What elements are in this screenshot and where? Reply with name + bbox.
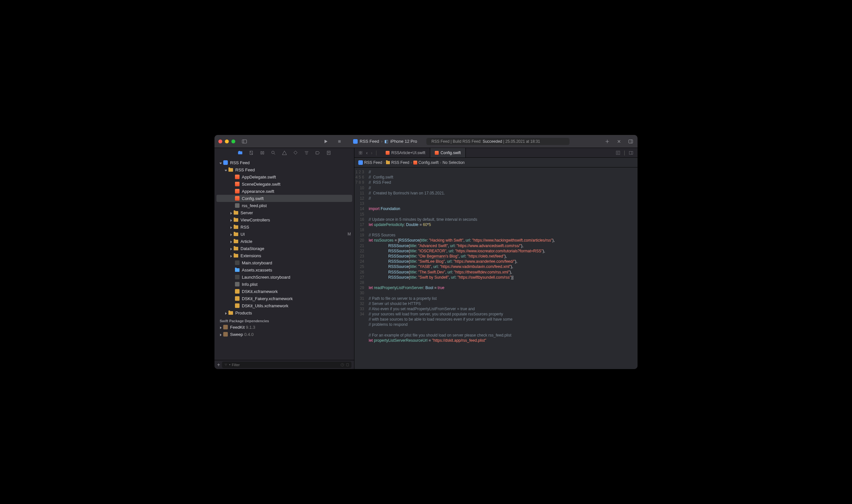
tab-bar: ‹ › | RSSArticle+UI.swift Config.swift | bbox=[354, 148, 638, 158]
folder-icon bbox=[234, 247, 238, 250]
scheme-selector[interactable]: RSS Feed › ◧ iPhone 12 Pro bbox=[353, 139, 417, 144]
issue-icon[interactable] bbox=[282, 150, 287, 156]
stop-button[interactable] bbox=[335, 138, 344, 145]
tree-folder[interactable]: UIM bbox=[214, 231, 354, 238]
tree-folder[interactable]: DataStorage bbox=[214, 245, 354, 252]
activity-status[interactable]: RSS Feed | Build RSS Feed: Succeeded | 2… bbox=[426, 138, 570, 145]
chevron-down-icon: ▾ bbox=[229, 363, 230, 366]
tree-file[interactable]: LaunchScreen.storyboard bbox=[214, 273, 354, 281]
folder-icon bbox=[234, 225, 238, 229]
zoom-window-button[interactable] bbox=[231, 140, 235, 143]
svg-rect-10 bbox=[261, 151, 262, 154]
add-button[interactable]: + bbox=[217, 362, 220, 368]
tree-file[interactable]: DSKit_Utils.xcframework bbox=[214, 302, 354, 309]
package-icon bbox=[223, 332, 228, 337]
package-version: 9.1.3 bbox=[246, 325, 255, 330]
jump-segment[interactable]: RSS Feed bbox=[391, 160, 409, 165]
tree-file[interactable]: Appearance.swift bbox=[214, 187, 354, 195]
plist-file-icon bbox=[235, 282, 240, 286]
tree-file[interactable]: AppDelegate.swift bbox=[214, 173, 354, 180]
status-result: Succeeded bbox=[483, 139, 502, 144]
svg-line-13 bbox=[274, 154, 275, 155]
run-button[interactable] bbox=[321, 138, 330, 145]
tree-file[interactable]: Assets.xcassets bbox=[214, 266, 354, 273]
disclosure-icon[interactable] bbox=[224, 168, 227, 172]
tab-label: RSSArticle+UI.swift bbox=[392, 150, 425, 155]
editor-tab-active[interactable]: Config.swift bbox=[430, 148, 466, 157]
jump-bar[interactable]: RSS Feed › RSS Feed › Config.swift › No … bbox=[354, 158, 638, 167]
tree-folder[interactable]: Extensions bbox=[214, 252, 354, 259]
disclosure-icon[interactable] bbox=[219, 325, 222, 329]
disclosure-icon[interactable] bbox=[229, 233, 233, 236]
editor-tab[interactable]: RSSArticle+UI.swift bbox=[381, 148, 430, 157]
tree-folder[interactable]: ViewControllers bbox=[214, 216, 354, 223]
disclosure-icon[interactable] bbox=[229, 240, 233, 243]
tree-file[interactable]: SceneDelegate.swift bbox=[214, 180, 354, 187]
tree-folder[interactable]: Article bbox=[214, 238, 354, 245]
folder-icon bbox=[228, 311, 233, 315]
folder-label: Article bbox=[241, 239, 252, 244]
report-icon[interactable] bbox=[326, 150, 331, 156]
chevron-right-icon: › bbox=[383, 160, 385, 165]
tree-folder[interactable]: Products bbox=[214, 309, 354, 317]
test-icon[interactable] bbox=[293, 150, 298, 156]
scm-filter-icon[interactable] bbox=[346, 363, 349, 367]
svg-marker-17 bbox=[219, 163, 222, 164]
tree-file[interactable]: Main.storyboard bbox=[214, 259, 354, 266]
disclosure-icon[interactable] bbox=[229, 225, 233, 229]
disclosure-icon[interactable] bbox=[219, 332, 222, 336]
tree-file[interactable]: Info.plist bbox=[214, 281, 354, 288]
package-item[interactable]: Sweep 0.4.0 bbox=[214, 331, 354, 338]
tree-folder[interactable]: RSS bbox=[214, 223, 354, 231]
package-item[interactable]: FeedKit 9.1.3 bbox=[214, 324, 354, 331]
code-editor[interactable]: 1 2 3 4 5 6 7 8 9 10 11 12 13 14 15 16 1… bbox=[354, 167, 638, 369]
tree-group[interactable]: RSS Feed bbox=[214, 166, 354, 173]
related-items-icon[interactable] bbox=[358, 150, 363, 155]
tree-file[interactable]: DSKit.xcframework bbox=[214, 288, 354, 295]
sidebar-toggle-button[interactable] bbox=[240, 138, 249, 145]
clock-icon[interactable] bbox=[341, 363, 344, 367]
find-icon[interactable] bbox=[271, 150, 276, 156]
jump-segment[interactable]: No Selection bbox=[442, 160, 465, 165]
bookmarks-icon[interactable] bbox=[260, 150, 265, 156]
filter-field[interactable]: ▾ bbox=[222, 362, 351, 368]
jump-segment[interactable]: RSS Feed bbox=[364, 160, 382, 165]
plus-icon[interactable] bbox=[604, 139, 610, 144]
svg-rect-36 bbox=[359, 153, 360, 154]
navigator-sidebar: RSS Feed RSS Feed AppDelegate.swift Scen… bbox=[214, 148, 354, 369]
minimap-icon[interactable] bbox=[615, 150, 621, 156]
folder-label: Extensions bbox=[241, 253, 261, 258]
tree-file[interactable]: DSKit_Fakery.xcframework bbox=[214, 295, 354, 302]
breakpoint-icon[interactable] bbox=[315, 150, 320, 156]
chevron-right-icon: › bbox=[440, 160, 441, 165]
filter-input[interactable] bbox=[232, 363, 339, 367]
code-review-icon[interactable] bbox=[616, 139, 622, 144]
adjust-editor-icon[interactable] bbox=[628, 150, 633, 156]
project-navigator-icon[interactable] bbox=[238, 150, 243, 156]
back-button[interactable]: ‹ bbox=[366, 150, 368, 156]
tree-file[interactable]: rss_feed.plist bbox=[214, 202, 354, 209]
tree-root[interactable]: RSS Feed bbox=[214, 159, 354, 166]
jump-segment[interactable]: Config.swift bbox=[418, 160, 439, 165]
svg-marker-24 bbox=[230, 248, 232, 250]
tree-file-selected[interactable]: Config.swift bbox=[216, 195, 352, 202]
project-tree[interactable]: RSS Feed RSS Feed AppDelegate.swift Scen… bbox=[214, 158, 354, 360]
code-content[interactable]: // // Config.swift // RSS Feed // // Cre… bbox=[367, 167, 638, 369]
file-label: DSKit_Utils.xcframework bbox=[242, 303, 288, 308]
disclosure-icon[interactable] bbox=[224, 311, 227, 314]
library-icon[interactable] bbox=[628, 139, 633, 144]
disclosure-icon[interactable] bbox=[229, 254, 233, 257]
disclosure-icon[interactable] bbox=[229, 211, 233, 214]
tree-folder[interactable]: Server bbox=[214, 209, 354, 216]
forward-button[interactable]: › bbox=[371, 150, 372, 156]
disclosure-icon[interactable] bbox=[229, 247, 233, 250]
svg-marker-21 bbox=[230, 226, 232, 229]
disclosure-icon[interactable] bbox=[219, 161, 222, 164]
framework-icon bbox=[235, 296, 240, 301]
debug-icon[interactable] bbox=[304, 150, 309, 156]
close-window-button[interactable] bbox=[219, 140, 222, 143]
minimize-window-button[interactable] bbox=[225, 140, 229, 143]
disclosure-icon[interactable] bbox=[229, 218, 233, 221]
source-control-icon[interactable] bbox=[249, 150, 254, 156]
package-version: 0.4.0 bbox=[244, 332, 254, 337]
